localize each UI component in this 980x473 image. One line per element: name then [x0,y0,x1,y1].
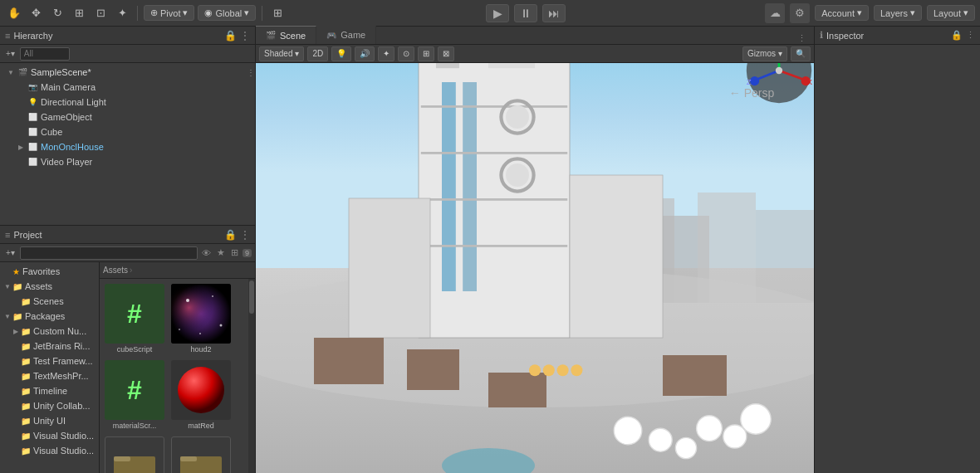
rotate-tool-icon[interactable]: ↻ [48,4,66,22]
tree-timeline[interactable]: 📁 Timeline [0,383,99,398]
asset-tile-matred[interactable]: matRed [169,358,233,432]
asset-tile-thumb5[interactable]: ... [103,435,166,473]
project-tree: ★ Favorites ▼ 📁 Assets 📁 Scenes [0,262,100,473]
extras-button[interactable]: ⊠ [438,46,454,61]
tree-testframew[interactable]: 📁 Test Framew... [0,354,99,368]
light-toggle[interactable]: 💡 [331,46,351,61]
project-filter-icon[interactable]: ⊞ [229,247,240,258]
assets-scrollbar[interactable] [248,279,255,473]
scale-tool-icon[interactable]: ⊞ [70,4,88,22]
pivot-button[interactable]: ⊕ Pivot ▾ [144,5,194,21]
svg-rect-22 [463,82,477,291]
project-menu-icon[interactable]: ⋮ [240,229,250,241]
step-button[interactable]: ⏭ [542,4,566,22]
2d-button[interactable]: 2D [307,46,328,61]
scene-tab-label: Scene [280,31,306,41]
asset-tile-houd2[interactable]: houd2 [169,282,233,355]
hierarchy-item-directionallight[interactable]: 💡 Directional Light [0,95,255,110]
layout-button[interactable]: Layout ▾ [927,5,975,21]
hierarchy-item-maincamera[interactable]: 📷 Main Camera [0,80,255,95]
project-badge: 9 [243,249,252,257]
tree-visualstudio2[interactable]: 📁 Visual Studio... [0,443,99,458]
grid-toggle[interactable]: ⊞ [418,46,434,61]
svg-rect-11 [180,456,197,461]
sky-toggle[interactable]: ⊙ [398,46,414,61]
assets-label: Assets [25,281,52,291]
grid-icon[interactable]: ⊞ [268,4,287,22]
tree-jetbrains[interactable]: 📁 JetBrains Ri... [0,339,99,354]
asset-tile-thumb6[interactable]: ... [169,435,233,473]
shading-arrow: ▾ [295,49,299,58]
collab-icon[interactable]: ☁ [765,3,785,23]
hierarchy-item-samplescene[interactable]: ▼ 🎬 SampleScene* ⋮ [0,65,255,80]
tree-favorites[interactable]: ★ Favorites [0,264,99,279]
hierarchy-actions: 🔒 ⋮ [224,30,250,41]
tree-assets[interactable]: ▼ 📁 Assets [0,279,99,294]
tree-visualstudio1[interactable]: 📁 Visual Studio... [0,428,99,443]
tree-customnu[interactable]: ▶ 📁 Custom Nu... [0,324,99,339]
play-button[interactable]: ▶ [486,4,509,22]
project-search-input[interactable] [20,246,198,260]
global-label: Global [215,8,242,18]
toolbar-right: ☁ ⚙ Account ▾ Layers ▾ Layout ▾ [765,3,975,23]
hierarchy-lock-icon[interactable]: 🔒 [224,30,237,41]
scene-view[interactable]: Y X Z 🔒 ← Persp [256,63,814,473]
hierarchy-menu-icon[interactable]: ⋮ [240,30,250,41]
favorites-label: Favorites [22,266,60,276]
svg-rect-24 [421,152,567,154]
svg-point-46 [697,416,723,441]
move-tool-icon[interactable]: ✥ [27,4,45,22]
breadcrumb-assets[interactable]: Assets [103,266,128,275]
project-view-icon[interactable]: 👁 [200,248,213,258]
rect-tool-icon[interactable]: ⊡ [91,4,110,22]
sound-toggle[interactable]: 🔊 [355,46,375,61]
tree-textmeshpr[interactable]: 📁 TextMeshPr... [0,368,99,383]
tree-unitycol[interactable]: 📁 Unity Collab... [0,398,99,413]
account-button[interactable]: Account ▾ [815,5,869,21]
tab-scene[interactable]: 🎬 Scene [256,26,316,44]
tab-game[interactable]: 🎮 Game [316,26,376,44]
light-icon: 💡 [336,49,346,58]
layers-button[interactable]: Layers ▾ [874,5,922,21]
global-button[interactable]: ◉ Global ▾ [198,5,256,21]
effects-toggle[interactable]: ✦ [378,46,394,61]
tree-packages[interactable]: ▼ 📁 Packages [0,309,99,324]
cloud-services-icon[interactable]: ⚙ [790,3,810,23]
svg-rect-32 [436,63,459,68]
multi-tool-icon[interactable]: ✦ [113,4,131,22]
inspector-menu-icon[interactable]: ⋮ [966,30,975,41]
shading-button[interactable]: Shaded ▾ [259,46,304,61]
tree-unityui[interactable]: 📁 Unity UI [0,413,99,428]
svg-rect-42 [663,355,727,396]
textmeshpr-label: TextMeshPr... [33,371,89,381]
unityui-folder-icon: 📁 [21,417,31,426]
hierarchy-item-gameobject[interactable]: ⬜ GameObject [0,110,255,124]
tab-options-menu[interactable]: ⋮ [795,33,809,44]
asset-tile-materialscr[interactable]: # materialScr... [103,358,166,432]
hierarchy-item-videoplayer[interactable]: ⬜ Video Player [0,154,255,169]
game-tab-label: Game [341,30,365,40]
svg-point-5 [179,329,180,330]
svg-rect-1 [171,284,231,344]
svg-point-49 [529,364,541,376]
svg-rect-23 [421,105,567,108]
inspector-lock-icon[interactable]: 🔒 [951,30,963,41]
project-add-button[interactable]: +▾ [3,248,17,257]
hierarchy-add-button[interactable]: +▾ [3,49,17,58]
samplescene-options[interactable]: ⋮ [247,68,255,77]
tree-scenes[interactable]: 📁 Scenes [0,294,99,309]
hierarchy-item-cube[interactable]: ⬜ Cube [0,124,255,139]
hierarchy-item-mononcle[interactable]: ▶ ⬜ MonOnclHouse [0,139,255,154]
visualstudio2-label: Visual Studio... [33,446,94,456]
asset-thumb-6 [171,436,231,473]
project-lock-icon[interactable]: 🔒 [224,229,237,241]
asset-tile-cubescript[interactable]: # cubeScript [103,282,166,355]
search-scene-button[interactable]: 🔍 [791,46,811,61]
pause-button[interactable]: ⏸ [514,4,537,22]
project-star-icon[interactable]: ★ [215,247,227,258]
svg-rect-9 [114,456,130,461]
hierarchy-search-input[interactable] [20,47,70,61]
gizmos-button[interactable]: Gizmos ▾ [742,46,787,61]
timeline-folder-icon: 📁 [21,387,31,396]
hand-tool-icon[interactable]: ✋ [5,4,23,22]
